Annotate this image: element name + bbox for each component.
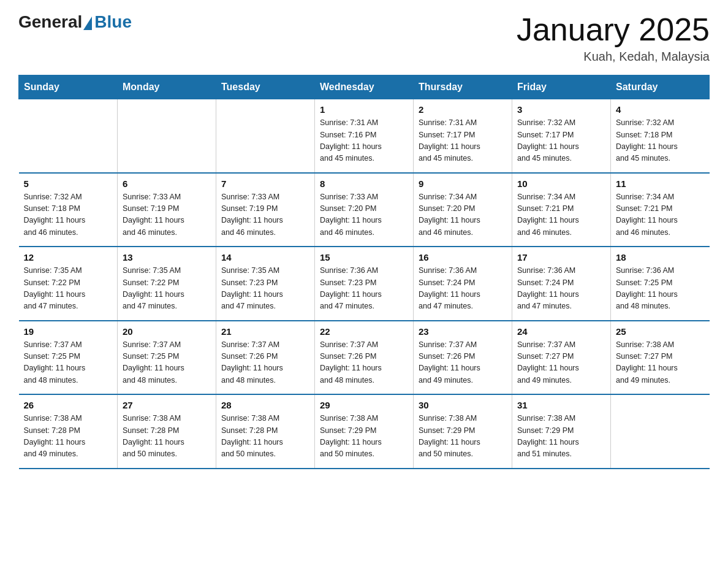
day-cell: 15Sunrise: 7:36 AM Sunset: 7:23 PM Dayli… — [315, 247, 414, 321]
day-info: Sunrise: 7:36 AM Sunset: 7:24 PM Dayligh… — [517, 265, 605, 313]
day-cell: 10Sunrise: 7:34 AM Sunset: 7:21 PM Dayli… — [512, 173, 611, 247]
day-cell: 2Sunrise: 7:31 AM Sunset: 7:17 PM Daylig… — [414, 99, 512, 173]
day-number: 28 — [221, 400, 309, 410]
day-number: 5 — [24, 178, 113, 189]
day-number: 17 — [517, 252, 605, 262]
day-info: Sunrise: 7:38 AM Sunset: 7:29 PM Dayligh… — [320, 413, 408, 461]
calendar-header-row: SundayMondayTuesdayWednesdayThursdayFrid… — [19, 75, 710, 99]
day-cell: 20Sunrise: 7:37 AM Sunset: 7:25 PM Dayli… — [118, 321, 216, 395]
day-cell: 28Sunrise: 7:38 AM Sunset: 7:28 PM Dayli… — [216, 394, 315, 469]
day-cell: 23Sunrise: 7:37 AM Sunset: 7:26 PM Dayli… — [414, 321, 512, 395]
day-info: Sunrise: 7:31 AM Sunset: 7:16 PM Dayligh… — [320, 117, 408, 165]
logo: General Blue — [18, 12, 132, 32]
day-number: 1 — [320, 104, 408, 115]
day-cell — [216, 99, 315, 173]
header-saturday: Saturday — [611, 75, 710, 99]
header-wednesday: Wednesday — [315, 75, 414, 99]
day-cell: 31Sunrise: 7:38 AM Sunset: 7:29 PM Dayli… — [512, 394, 611, 469]
day-cell: 9Sunrise: 7:34 AM Sunset: 7:20 PM Daylig… — [414, 173, 512, 247]
day-number: 12 — [24, 252, 113, 262]
header-sunday: Sunday — [19, 75, 118, 99]
day-info: Sunrise: 7:32 AM Sunset: 7:18 PM Dayligh… — [616, 117, 705, 165]
day-number: 30 — [419, 400, 507, 410]
day-number: 14 — [221, 252, 309, 262]
day-info: Sunrise: 7:37 AM Sunset: 7:26 PM Dayligh… — [320, 339, 408, 387]
day-cell: 4Sunrise: 7:32 AM Sunset: 7:18 PM Daylig… — [611, 99, 710, 173]
day-number: 31 — [517, 400, 605, 410]
day-number: 2 — [419, 104, 507, 115]
day-cell: 27Sunrise: 7:38 AM Sunset: 7:28 PM Dayli… — [118, 394, 216, 469]
day-info: Sunrise: 7:38 AM Sunset: 7:29 PM Dayligh… — [517, 413, 605, 461]
day-cell: 22Sunrise: 7:37 AM Sunset: 7:26 PM Dayli… — [315, 321, 414, 395]
day-cell: 1Sunrise: 7:31 AM Sunset: 7:16 PM Daylig… — [315, 99, 414, 173]
day-cell — [611, 394, 710, 469]
week-row-4: 26Sunrise: 7:38 AM Sunset: 7:28 PM Dayli… — [19, 394, 710, 469]
calendar-subtitle: Kuah, Kedah, Malaysia — [517, 50, 710, 64]
day-cell: 25Sunrise: 7:38 AM Sunset: 7:27 PM Dayli… — [611, 321, 710, 395]
day-info: Sunrise: 7:31 AM Sunset: 7:17 PM Dayligh… — [419, 117, 507, 165]
day-cell: 11Sunrise: 7:34 AM Sunset: 7:21 PM Dayli… — [611, 173, 710, 247]
day-cell: 18Sunrise: 7:36 AM Sunset: 7:25 PM Dayli… — [611, 247, 710, 321]
day-number: 10 — [517, 178, 605, 189]
day-cell — [118, 99, 216, 173]
day-info: Sunrise: 7:37 AM Sunset: 7:26 PM Dayligh… — [221, 339, 309, 387]
logo-blue-text: Blue — [94, 12, 132, 32]
day-cell: 14Sunrise: 7:35 AM Sunset: 7:23 PM Dayli… — [216, 247, 315, 321]
day-info: Sunrise: 7:35 AM Sunset: 7:22 PM Dayligh… — [24, 265, 113, 313]
day-number: 23 — [419, 326, 507, 337]
day-info: Sunrise: 7:36 AM Sunset: 7:23 PM Dayligh… — [320, 265, 408, 313]
day-cell: 12Sunrise: 7:35 AM Sunset: 7:22 PM Dayli… — [19, 247, 118, 321]
day-info: Sunrise: 7:33 AM Sunset: 7:20 PM Dayligh… — [320, 191, 408, 239]
day-cell — [19, 99, 118, 173]
day-info: Sunrise: 7:37 AM Sunset: 7:26 PM Dayligh… — [419, 339, 507, 387]
day-number: 25 — [616, 326, 705, 337]
title-block: January 2025 Kuah, Kedah, Malaysia — [517, 12, 710, 64]
logo-triangle-icon — [83, 17, 92, 30]
day-number: 11 — [616, 178, 705, 189]
day-number: 8 — [320, 178, 408, 189]
day-number: 27 — [123, 400, 211, 410]
day-cell: 5Sunrise: 7:32 AM Sunset: 7:18 PM Daylig… — [19, 173, 118, 247]
day-cell: 29Sunrise: 7:38 AM Sunset: 7:29 PM Dayli… — [315, 394, 414, 469]
week-row-2: 12Sunrise: 7:35 AM Sunset: 7:22 PM Dayli… — [19, 247, 710, 321]
day-number: 19 — [24, 326, 113, 337]
day-info: Sunrise: 7:33 AM Sunset: 7:19 PM Dayligh… — [221, 191, 309, 239]
day-info: Sunrise: 7:37 AM Sunset: 7:27 PM Dayligh… — [517, 339, 605, 387]
day-number: 16 — [419, 252, 507, 262]
day-cell: 30Sunrise: 7:38 AM Sunset: 7:29 PM Dayli… — [414, 394, 512, 469]
day-number: 15 — [320, 252, 408, 262]
week-row-0: 1Sunrise: 7:31 AM Sunset: 7:16 PM Daylig… — [19, 99, 710, 173]
day-info: Sunrise: 7:38 AM Sunset: 7:28 PM Dayligh… — [24, 413, 113, 461]
day-info: Sunrise: 7:38 AM Sunset: 7:29 PM Dayligh… — [419, 413, 507, 461]
day-number: 24 — [517, 326, 605, 337]
day-info: Sunrise: 7:38 AM Sunset: 7:28 PM Dayligh… — [221, 413, 309, 461]
day-number: 9 — [419, 178, 507, 189]
day-info: Sunrise: 7:32 AM Sunset: 7:18 PM Dayligh… — [24, 191, 113, 239]
day-number: 13 — [123, 252, 211, 262]
calendar-table: SundayMondayTuesdayWednesdayThursdayFrid… — [18, 75, 710, 469]
day-info: Sunrise: 7:33 AM Sunset: 7:19 PM Dayligh… — [123, 191, 211, 239]
day-cell: 26Sunrise: 7:38 AM Sunset: 7:28 PM Dayli… — [19, 394, 118, 469]
day-number: 18 — [616, 252, 705, 262]
calendar-title: January 2025 — [517, 12, 710, 47]
day-info: Sunrise: 7:37 AM Sunset: 7:25 PM Dayligh… — [24, 339, 113, 387]
day-number: 6 — [123, 178, 211, 189]
day-info: Sunrise: 7:34 AM Sunset: 7:21 PM Dayligh… — [517, 191, 605, 239]
header-tuesday: Tuesday — [216, 75, 315, 99]
day-cell: 8Sunrise: 7:33 AM Sunset: 7:20 PM Daylig… — [315, 173, 414, 247]
header-thursday: Thursday — [414, 75, 512, 99]
day-cell: 6Sunrise: 7:33 AM Sunset: 7:19 PM Daylig… — [118, 173, 216, 247]
week-row-1: 5Sunrise: 7:32 AM Sunset: 7:18 PM Daylig… — [19, 173, 710, 247]
day-info: Sunrise: 7:36 AM Sunset: 7:24 PM Dayligh… — [419, 265, 507, 313]
day-cell: 21Sunrise: 7:37 AM Sunset: 7:26 PM Dayli… — [216, 321, 315, 395]
page-header: General Blue January 2025 Kuah, Kedah, M… — [18, 12, 710, 64]
day-info: Sunrise: 7:35 AM Sunset: 7:23 PM Dayligh… — [221, 265, 309, 313]
day-number: 21 — [221, 326, 309, 337]
day-info: Sunrise: 7:36 AM Sunset: 7:25 PM Dayligh… — [616, 265, 705, 313]
day-info: Sunrise: 7:38 AM Sunset: 7:27 PM Dayligh… — [616, 339, 705, 387]
day-number: 29 — [320, 400, 408, 410]
day-cell: 24Sunrise: 7:37 AM Sunset: 7:27 PM Dayli… — [512, 321, 611, 395]
header-monday: Monday — [118, 75, 216, 99]
day-info: Sunrise: 7:38 AM Sunset: 7:28 PM Dayligh… — [123, 413, 211, 461]
day-number: 4 — [616, 104, 705, 115]
